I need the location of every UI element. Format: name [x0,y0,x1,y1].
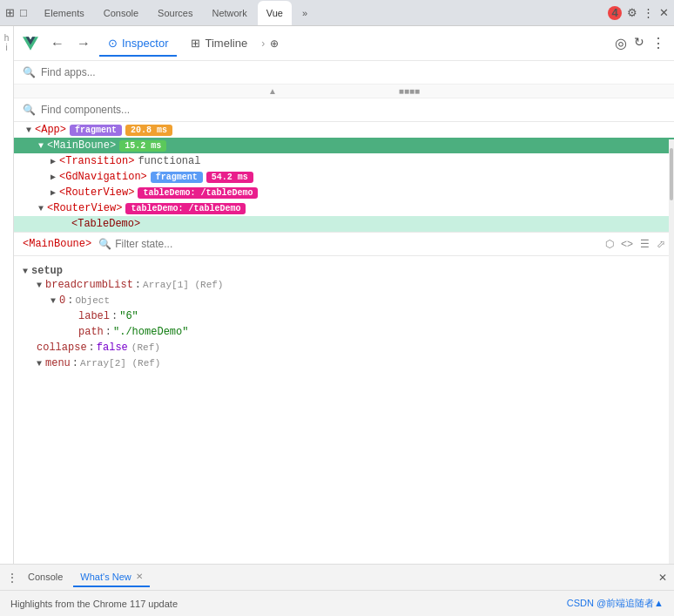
breadcrumb-item-0-header[interactable]: ▼ 0 : Object [51,293,665,308]
bottom-bar-right: ✕ [658,572,667,584]
right-scrollbar[interactable] [669,139,674,564]
label-value: "6" [119,310,138,322]
breadcrumblist-type: Array[1] (Ref) [143,280,223,290]
forward-button[interactable]: → [73,36,94,51]
breadcrumb-path-row: path : "./homeDemo" [51,324,665,340]
status-right-text: CSDN @前端追随者▲ [567,597,664,610]
label-key: label [78,310,110,322]
functional-label: functional [138,155,200,167]
menu-key: menu [45,357,71,369]
tab-selector-icon[interactable]: ⊞ [5,6,15,19]
tree-row-routerview1[interactable]: ▶ <RouterView> tableDemo: /tableDemo [14,185,674,200]
settings-icon[interactable]: ⚙ [627,6,637,19]
timeline-icon: ⊞ [191,37,200,50]
collapse-value: false [97,342,128,354]
state-action-icons: ⬡ <> ☰ ⬀ [605,238,665,250]
bottom-tab-console[interactable]: Console [21,568,70,587]
tree-arrow-gdnavigation: ▶ [47,172,59,182]
tab-console[interactable]: Console [95,1,147,25]
filter-search-icon: 🔍 [98,238,111,250]
setup-arrow: ▼ [23,267,28,276]
badge-time-mainboune: 15.2 ms [119,140,166,152]
scroll-up-indicator[interactable]: ▲ ■■■■ [14,85,674,98]
badge-fragment-app: fragment [70,125,122,136]
tab-timeline[interactable]: ⊞ Timeline [182,31,256,57]
tab-elements[interactable]: Elements [36,1,93,25]
chevron-up-icon: ▲ [268,86,277,96]
status-bar: Highlights from the Chrome 117 update CS… [0,590,674,616]
find-components-input[interactable] [41,104,665,116]
refresh-icon[interactable]: ↻ [634,35,644,51]
breadcrumb-label-row: label : "6" [51,308,665,324]
tree-row-app[interactable]: ▼ <App> fragment 20.8 ms [14,122,674,138]
state-section-setup: ▼ setup ▼ breadcrumbList : Array[1] (Ref… [14,261,674,373]
new-tab-icon[interactable]: □ [20,6,27,19]
tree-tag-app: <App> [35,124,66,136]
tree-tag-gdnavigation: <GdNavigation> [59,171,147,183]
tab-inspector[interactable]: ⊙ Inspector [99,31,177,57]
bottom-bar: ⋮ Console What's New ✕ ✕ [0,564,674,590]
path-value: "./homeDemo" [113,326,188,338]
state-filter-input[interactable] [115,238,246,250]
tree-tag-routerview2: <RouterView> [47,202,122,214]
item0-arrow: ▼ [51,296,56,306]
tab-more[interactable]: » [293,1,316,25]
tab-sources[interactable]: Sources [149,1,201,25]
menu-row: ▼ menu : Array[2] (Ref) [23,355,665,371]
search-icon: 🔍 [23,66,36,78]
whats-new-close[interactable]: ✕ [136,572,143,581]
tree-arrow-app: ▼ [23,125,35,135]
badge-time-app: 20.8 ms [125,125,172,136]
bottom-menu-icon[interactable]: ⋮ [7,572,17,584]
setup-section-header[interactable]: ▼ setup [23,265,665,277]
badge-route2: tableDemo: /tableDemo [125,203,246,214]
tree-tag-tabledemo: <TableDemo> [71,218,140,230]
collapse-key: collapse [37,342,87,354]
tree-row-routerview2[interactable]: ▼ <RouterView> tableDemo: /tableDemo [14,200,674,216]
tab-vue[interactable]: Vue [258,1,292,25]
tree-row-transition[interactable]: ▶ <Transition> functional [14,153,674,169]
state-header: <MainBoune> 🔍 ⬡ <> ☰ ⬀ [14,232,674,256]
list-icon[interactable]: ☰ [640,238,650,250]
breadcrumblist-row: ▼ breadcrumbList : Array[1] (Ref) ▼ 0 : … [23,277,665,340]
menu-arrow: ▼ [37,359,42,369]
more-options-icon[interactable]: ⋮ [651,35,665,51]
more-icon[interactable]: ⋮ [643,6,654,19]
tree-row-mainboune[interactable]: ▼ <MainBoune> 15.2 ms [14,138,674,153]
close-icon[interactable]: ✕ [659,6,669,19]
find-components-bar: 🔍 [14,98,674,122]
find-apps-input[interactable] [41,66,665,78]
breadcrumblist-arrow: ▼ [37,281,42,290]
tree-tag-mainboune: <MainBoune> [47,139,116,152]
tab-network[interactable]: Network [203,1,255,25]
bottom-tab-whats-new[interactable]: What's New ✕ [73,568,149,587]
search-components-icon: 🔍 [23,104,36,116]
vue-toolbar: ← → ⊙ Inspector ⊞ Timeline › ⊕ ◎ ↻ ⋮ [14,26,674,61]
collapse-type: (Ref) [131,342,160,353]
item0-type: Object [75,295,110,306]
find-apps-bar: 🔍 [14,61,674,85]
code-icon[interactable]: <> [621,238,633,250]
external-icon[interactable]: ⬀ [657,238,665,250]
breadcrumblist-header[interactable]: ▼ breadcrumbList : Array[1] (Ref) [37,277,665,293]
component-tree: ▼ <App> fragment 20.8 ms ▼ <MainBoune> 1… [14,122,674,232]
tree-row-tabledemo[interactable]: <TableDemo> [14,216,674,232]
state-tree: ▼ setup ▼ breadcrumbList : Array[1] (Ref… [14,256,674,590]
chevron-right-icon: › [261,37,265,50]
tree-arrow-routerview2: ▼ [35,204,47,213]
back-button[interactable]: ← [47,36,68,51]
badge-time-gd: 54.2 ms [206,172,253,183]
scrollbar-thumb [670,148,673,200]
vue-logo [23,34,38,52]
side-label: h i [0,26,14,590]
collapse-row: collapse : false (Ref) [23,340,665,355]
error-badge[interactable]: 4 [608,6,622,20]
tab-bar-icons: 4 ⚙ ⋮ ✕ [608,6,669,20]
snapshot-icon[interactable]: ⬡ [605,238,614,250]
tree-arrow-transition: ▶ [47,156,59,166]
target-icon[interactable]: ◎ [615,35,627,51]
tree-row-gdnavigation[interactable]: ▶ <GdNavigation> fragment 54.2 ms [14,169,674,185]
bottom-close-icon[interactable]: ✕ [658,572,667,584]
setup-label: setup [31,265,63,277]
node-icon[interactable]: ⊕ [270,37,279,50]
